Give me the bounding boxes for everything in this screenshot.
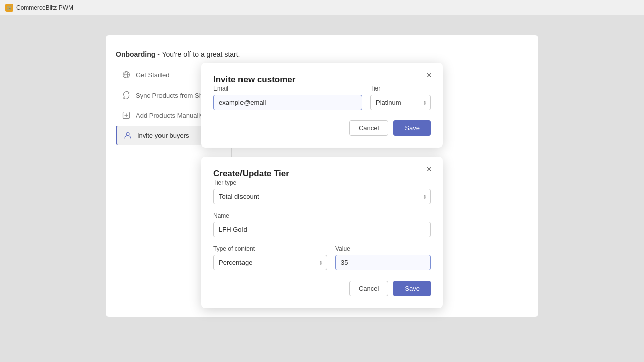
tier-cancel-button[interactable]: Cancel <box>349 281 388 296</box>
tier-select[interactable]: Platinum Gold Silver Bronze <box>370 95 431 110</box>
content-type-label: Type of content <box>213 245 327 252</box>
tier-type-group: Tier type Total discount Product discoun… <box>213 179 431 204</box>
svg-point-6 <box>126 133 129 136</box>
person-icon <box>123 131 132 140</box>
create-tier-modal: Create/Update Tier × Tier type Total dis… <box>201 157 443 308</box>
content-type-select[interactable]: Percentage Fixed amount <box>213 255 327 270</box>
tier-type-select[interactable]: Total discount Product discount Free shi… <box>213 189 431 204</box>
tier-save-button[interactable]: Save <box>393 281 431 296</box>
tier-type-label: Tier type <box>213 179 431 186</box>
app-title: CommerceBlitz PWM <box>16 4 73 11</box>
tier-modal-actions: Cancel Save <box>213 281 431 296</box>
titlebar: 🛒 CommerceBlitz PWM <box>0 0 644 15</box>
email-input[interactable] <box>213 95 362 110</box>
value-input[interactable] <box>335 255 431 270</box>
invite-modal-actions: Cancel Save <box>213 120 431 136</box>
tier-form-group: Tier Platinum Gold Silver Bronze <box>370 85 431 110</box>
sync-icon <box>122 90 131 100</box>
main-area: Onboarding - You're off to a great start… <box>0 15 644 362</box>
value-label: Value <box>335 245 431 252</box>
plus-box-icon <box>122 111 131 120</box>
invite-modal-close-button[interactable]: × <box>423 70 435 81</box>
tier-type-select-wrapper: Total discount Product discount Free shi… <box>213 189 431 204</box>
onboarding-subtitle: - You're off to a great start. <box>157 50 240 58</box>
onboarding-header: Onboarding - You're off to a great start… <box>116 50 528 58</box>
tier-modal-title: Create/Update Tier <box>213 169 289 178</box>
content-type-group: Type of content Percentage Fixed amount <box>213 245 327 270</box>
globe-icon <box>122 70 131 79</box>
invite-form-row: Email Tier Platinum Gold Silver Bronze <box>213 85 431 110</box>
sidebar-item-label: Add Products Manually <box>136 112 203 119</box>
tier-content-row: Type of content Percentage Fixed amount … <box>213 245 431 270</box>
tier-name-input[interactable] <box>213 222 431 237</box>
invite-save-button[interactable]: Save <box>393 120 431 136</box>
tier-label: Tier <box>370 85 431 92</box>
invite-cancel-button[interactable]: Cancel <box>349 120 388 136</box>
sidebar-item-label: Invite your buyers <box>137 132 189 139</box>
onboarding-heading: Onboarding <box>116 50 155 58</box>
tier-select-wrapper: Platinum Gold Silver Bronze <box>370 95 431 110</box>
tier-modal-close-button[interactable]: × <box>423 164 435 175</box>
content-type-select-wrapper: Percentage Fixed amount <box>213 255 327 270</box>
tier-name-label: Name <box>213 212 431 219</box>
email-label: Email <box>213 85 362 92</box>
invite-modal-title: Invite new customer <box>213 75 295 84</box>
value-group: Value <box>335 245 431 270</box>
email-form-group: Email <box>213 85 362 110</box>
tier-name-group: Name <box>213 212 431 237</box>
sidebar-item-label: Get Started <box>136 71 169 79</box>
app-icon: 🛒 <box>5 4 13 12</box>
invite-customer-modal: Invite new customer × Email Tier Platinu… <box>201 63 443 148</box>
